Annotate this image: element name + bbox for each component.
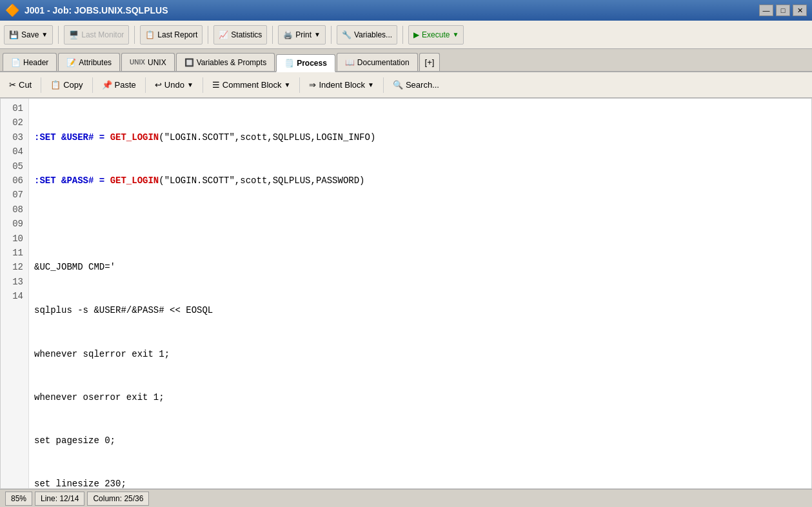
title-bar: 🔶 J001 - Job: JOBS.UNIX.SQLPLUS — □ ✕ — [0, 0, 812, 21]
header-tab-label: Header — [23, 58, 48, 67]
indent-dropdown-arrow: ▼ — [368, 81, 374, 88]
copy-label: Copy — [63, 80, 83, 90]
window-title: J001 - Job: JOBS.UNIX.SQLPLUS — [25, 5, 754, 15]
save-button[interactable]: 💾 Save ▼ — [4, 25, 53, 45]
edit-sep-2 — [92, 77, 93, 93]
paste-icon: 📌 — [102, 80, 112, 90]
variables-tab-label: Variables & Prompts — [197, 58, 267, 67]
undo-label: Undo — [164, 80, 184, 90]
comment-block-label: Comment Block — [223, 80, 282, 90]
zoom-level: 85% — [5, 492, 32, 506]
copy-button[interactable]: 📋 Copy — [45, 75, 88, 95]
paste-button[interactable]: 📌 Paste — [97, 75, 141, 95]
line-num: 13 — [6, 275, 23, 289]
variables-button[interactable]: 🔧 Variables... — [337, 25, 397, 45]
toolbar-separator-1 — [58, 26, 59, 44]
column-info: Column: 25/36 — [87, 492, 149, 506]
last-monitor-label: Last Monitor — [81, 30, 124, 39]
process-tab-label: Process — [297, 59, 327, 68]
edit-sep-4 — [203, 77, 203, 93]
line-num: 06 — [6, 174, 23, 188]
monitor-icon: 🖥️ — [69, 30, 79, 39]
line-info: Line: 12/14 — [35, 492, 84, 506]
line-num: 14 — [6, 289, 23, 303]
print-icon: 🖨️ — [283, 30, 293, 39]
tab-header[interactable]: 📄 Header — [3, 53, 57, 71]
execute-label: Execute — [422, 30, 450, 39]
print-label: Print — [295, 30, 312, 39]
variables-tab-icon: 🔲 — [184, 58, 194, 67]
close-button[interactable]: ✕ — [793, 5, 807, 16]
line-num: 03 — [6, 130, 23, 144]
code-text[interactable]: :SET &USER# = GET_LOGIN("LOGIN.SCOTT",sc… — [29, 99, 811, 488]
statistics-button[interactable]: 📈 Statistics — [213, 25, 267, 45]
tab-unix[interactable]: UNIX UNIX — [121, 53, 175, 71]
execute-dropdown-arrow: ▼ — [452, 31, 459, 38]
variables-icon: 🔧 — [342, 30, 352, 39]
tab-process[interactable]: 🗒️ Process — [276, 54, 335, 72]
tab-attributes[interactable]: 📝 Attributes — [58, 53, 120, 71]
attributes-tab-label: Attributes — [79, 58, 112, 67]
line-num: 02 — [6, 115, 23, 130]
search-label: Search... — [406, 80, 439, 90]
tab-documentation[interactable]: 📖 Documentation — [337, 53, 418, 71]
documentation-tab-label: Documentation — [357, 58, 410, 67]
search-button[interactable]: 🔍 Search... — [388, 75, 444, 95]
edit-sep-3 — [145, 77, 146, 93]
line-num: 10 — [6, 232, 23, 246]
line-num: 08 — [6, 203, 23, 217]
undo-button[interactable]: ↩ Undo ▼ — [150, 75, 199, 95]
comment-block-button[interactable]: ☰ Comment Block ▼ — [207, 75, 296, 95]
edit-sep-5 — [299, 77, 300, 93]
edit-sep-6 — [383, 77, 384, 93]
variables-label: Variables... — [354, 30, 392, 39]
last-report-label: Last Report — [157, 30, 197, 39]
edit-toolbar: ✂ Cut 📋 Copy 📌 Paste ↩ Undo ▼ ☰ Comment … — [0, 72, 812, 98]
save-label: Save — [21, 30, 39, 39]
tab-variables[interactable]: 🔲 Variables & Prompts — [176, 53, 275, 71]
last-monitor-button[interactable]: 🖥️ Last Monitor — [64, 25, 129, 45]
code-line-7: whenever oserror exit 1; — [34, 390, 806, 404]
toolbar-separator-2 — [134, 26, 135, 44]
main-toolbar: 💾 Save ▼ 🖥️ Last Monitor 📋 Last Report 📈… — [0, 21, 812, 49]
code-line-2: :SET &PASS# = GET_LOGIN("LOGIN.SCOTT",sc… — [34, 174, 806, 188]
process-tab-icon: 🗒️ — [284, 59, 294, 68]
edit-sep-1 — [41, 77, 41, 93]
last-report-button[interactable]: 📋 Last Report — [140, 25, 203, 45]
maximize-button[interactable]: □ — [776, 5, 790, 16]
code-line-9: set linesize 230; — [34, 477, 806, 489]
save-dropdown-arrow: ▼ — [41, 31, 48, 38]
code-editor[interactable]: 01 02 03 04 05 06 07 08 09 10 11 12 13 1… — [0, 98, 812, 489]
line-num: 07 — [6, 188, 23, 202]
code-line-4: &UC_JOBMD CMD=' — [34, 260, 806, 274]
window-controls: — □ ✕ — [759, 5, 807, 16]
undo-dropdown-arrow: ▼ — [187, 81, 193, 88]
toolbar-separator-6 — [402, 26, 403, 44]
code-line-6: whenever sqlerror exit 1; — [34, 347, 806, 361]
add-tab-button[interactable]: [+] — [419, 53, 441, 71]
minimize-button[interactable]: — — [759, 5, 773, 16]
code-line-1: :SET &USER# = GET_LOGIN("LOGIN.SCOTT",sc… — [34, 130, 806, 144]
attributes-tab-icon: 📝 — [66, 58, 76, 67]
line-num: 09 — [6, 217, 23, 231]
toolbar-separator-3 — [208, 26, 208, 44]
comment-icon: ☰ — [212, 80, 220, 90]
status-bar: 85% Line: 12/14 Column: 25/36 — [0, 489, 812, 507]
save-icon: 💾 — [9, 30, 19, 39]
execute-icon: ▶ — [413, 30, 419, 39]
code-line-5: sqlplus -s &USER#/&PASS# << EOSQL — [34, 303, 806, 317]
line-num: 12 — [6, 260, 23, 274]
toolbar-separator-5 — [331, 26, 332, 44]
statistics-label: Statistics — [231, 30, 262, 39]
unix-tab-label: UNIX — [130, 59, 145, 66]
execute-button[interactable]: ▶ Execute ▼ — [408, 25, 464, 45]
indent-icon: ⇒ — [309, 80, 316, 90]
paste-label: Paste — [115, 80, 136, 90]
print-button[interactable]: 🖨️ Print ▼ — [278, 25, 326, 45]
cut-button[interactable]: ✂ Cut — [4, 75, 37, 95]
line-num: 04 — [6, 144, 23, 159]
copy-icon: 📋 — [50, 80, 61, 90]
statistics-icon: 📈 — [219, 30, 228, 39]
unix-tab-text: UNIX — [148, 58, 166, 67]
indent-block-button[interactable]: ⇒ Indent Block ▼ — [304, 75, 379, 95]
